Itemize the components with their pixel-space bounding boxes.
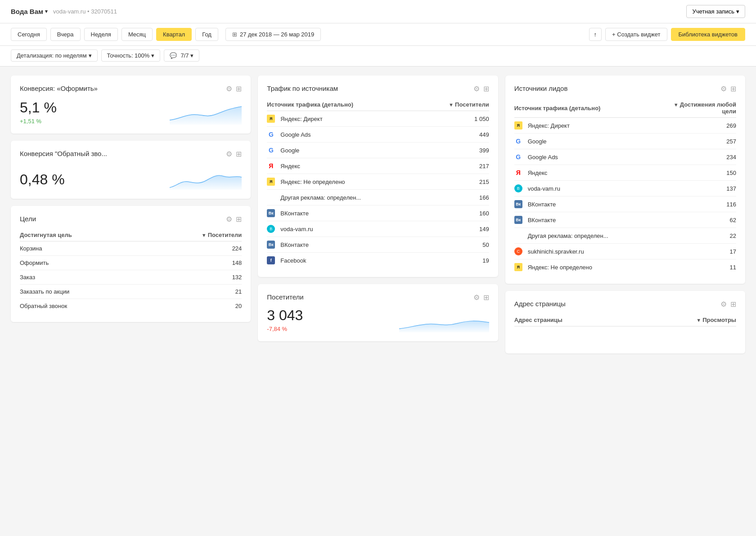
table-row: ЯЯндекс150 <box>514 165 736 181</box>
conversion1-body: 5,1 % +1,51 % <box>20 98 242 125</box>
traffic-gear-icon[interactable]: ⚙ <box>473 85 480 93</box>
period-quarter[interactable]: Квартал <box>156 28 192 41</box>
traffic-col2-header: ▼ Посетители <box>423 98 489 111</box>
traffic-title: Трафик по источникам <box>267 85 338 92</box>
conversion1-gear-icon[interactable]: ⚙ <box>226 85 232 93</box>
address-header: Адрес страницы ⚙ ⊞ <box>514 300 736 308</box>
table-row: Заказ132 <box>20 270 242 285</box>
address-grid-icon[interactable]: ⊞ <box>730 300 736 308</box>
library-button[interactable]: Библиотека виджетов <box>671 28 746 41</box>
address-widget: Адрес страницы ⚙ ⊞ Адрес страницы ▼ Прос… <box>505 291 745 353</box>
visitors-actions: ⚙ ⊞ <box>473 293 489 302</box>
address-table-header: Адрес страницы ▼ Просмотры <box>514 314 736 326</box>
goals-chevron: ▾ <box>190 52 194 59</box>
table-row: ВкВКонтакте160 <box>267 205 489 221</box>
conversion1-title: Конверсия: «Оформить» <box>20 85 98 92</box>
goals-button[interactable]: 💬 7/7 ▾ <box>164 49 199 62</box>
create-widget-button[interactable]: + Создать виджет <box>605 28 667 41</box>
toolbar-row2: Детализация: по неделям ▾ Точность: 100%… <box>0 46 756 67</box>
table-row: ВкВКонтакте50 <box>267 237 489 253</box>
table-row: ЯЯндекс: Не определено215 <box>267 174 489 190</box>
traffic-grid-icon[interactable]: ⊞ <box>483 85 489 93</box>
date-range-button[interactable]: ⊞ 27 дек 2018 — 26 мар 2019 <box>225 28 321 41</box>
address-actions: ⚙ ⊞ <box>720 300 736 308</box>
table-row: GGoogle Ads234 <box>514 149 736 165</box>
right-column: Источники лидов ⚙ ⊞ Источник трафика (де… <box>505 76 745 353</box>
conversion1-grid-icon[interactable]: ⊞ <box>236 85 242 93</box>
visitors-grid-icon[interactable]: ⊞ <box>483 293 489 302</box>
table-row: Другая реклама: определен...22 <box>514 228 736 244</box>
visitors-change: -7,84 % <box>267 326 399 332</box>
leads-grid-icon[interactable]: ⊞ <box>730 85 736 93</box>
table-row: ЯЯндекс: Директ1 050 <box>267 111 489 127</box>
conversion2-widget: Конверсия "Обратный зво... ⚙ ⊞ 0,48 % <box>11 141 251 199</box>
table-row: fFacebook19 <box>267 253 489 268</box>
address-title: Адрес страницы <box>514 300 566 308</box>
date-range-label: 27 дек 2018 — 26 мар 2019 <box>240 31 314 38</box>
address-gear-icon[interactable]: ⚙ <box>720 300 727 308</box>
leads-col2-header: ▼ Достижения любой цели <box>664 98 736 118</box>
table-row: Сsukhinichi.spravker.ru17 <box>514 244 736 259</box>
leads-header: Источники лидов ⚙ ⊞ <box>514 85 736 93</box>
accuracy-chevron: ▾ <box>151 52 154 59</box>
traffic-col1-header: Источник трафика (детально) <box>267 98 422 111</box>
detail-chevron: ▾ <box>89 52 92 59</box>
detail-button[interactable]: Детализация: по неделям ▾ <box>11 49 98 62</box>
goals-grid-icon[interactable]: ⊞ <box>236 215 242 223</box>
visitors-gear-icon[interactable]: ⚙ <box>473 293 480 302</box>
conversion2-grid-icon[interactable]: ⊞ <box>236 150 242 158</box>
conversion2-title: Конверсия "Обратный зво... <box>20 150 107 157</box>
period-yesterday[interactable]: Вчера <box>50 28 81 41</box>
goals-actions: ⚙ ⊞ <box>226 215 242 223</box>
traffic-table-header: Источник трафика (детально) ▼ Посетители <box>267 98 489 111</box>
brand-name[interactable]: Вода Вам ▾ <box>11 8 48 15</box>
visitors-chart <box>399 310 489 332</box>
goals-col1-header: Достигнутая цель <box>20 229 145 241</box>
visitors-left: 3 043 -7,84 % <box>267 307 399 332</box>
accuracy-button[interactable]: Точность: 100% ▾ <box>101 49 161 62</box>
table-row: Вvoda-vam.ru137 <box>514 181 736 197</box>
table-row: Корзина224 <box>20 241 242 256</box>
goals-icon: 💬 <box>170 52 177 59</box>
detail-label: Детализация: по неделям <box>17 52 87 59</box>
leads-gear-icon[interactable]: ⚙ <box>720 85 727 93</box>
goals-table-header: Достигнутая цель ▼ Посетители <box>20 229 242 241</box>
visitors-header: Посетители ⚙ ⊞ <box>267 293 489 302</box>
sort-arrow: ▼ <box>202 232 208 238</box>
leads-actions: ⚙ ⊞ <box>720 85 736 93</box>
table-row: GGoogle Ads449 <box>267 127 489 143</box>
toolbar-row1: Сегодня Вчера Неделя Месяц Квартал Год ⊞… <box>0 23 756 46</box>
conversion2-value: 0,48 % <box>20 171 170 188</box>
accuracy-label: Точность: 100% <box>107 52 150 59</box>
table-row: GGoogle257 <box>514 134 736 149</box>
period-today[interactable]: Сегодня <box>11 28 47 41</box>
period-year[interactable]: Год <box>195 28 218 41</box>
account-label: Учетная запись <box>692 8 734 15</box>
visitors-body: 3 043 -7,84 % <box>267 307 489 332</box>
period-week[interactable]: Неделя <box>84 28 118 41</box>
traffic-actions: ⚙ ⊞ <box>473 85 489 93</box>
conversion2-actions: ⚙ ⊞ <box>226 150 242 158</box>
conversion2-gear-icon[interactable]: ⚙ <box>226 150 232 158</box>
main-content: Конверсия: «Оформить» ⚙ ⊞ 5,1 % +1,51 % <box>0 67 756 362</box>
share-icon: ↑ <box>594 31 597 38</box>
conversion1-change: +1,51 % <box>20 118 170 125</box>
leads-col1-header: Источник трафика (детально) <box>514 98 665 118</box>
goals-gear-icon[interactable]: ⚙ <box>226 215 232 223</box>
account-chevron: ▾ <box>736 8 739 15</box>
conversion2-body: 0,48 % <box>20 164 242 190</box>
brand-url: voda-vam.ru • 32070511 <box>53 8 117 15</box>
goals-col2-header: ▼ Посетители <box>145 229 242 241</box>
conversion1-value: 5,1 % <box>20 99 170 116</box>
visitors-value: 3 043 <box>267 307 399 324</box>
header-left: Вода Вам ▾ voda-vam.ru • 32070511 <box>11 8 117 15</box>
share-button[interactable]: ↑ <box>589 28 602 41</box>
conversion2-left: 0,48 % <box>20 171 170 190</box>
conversion1-left: 5,1 % +1,51 % <box>20 99 170 125</box>
conversion2-header: Конверсия "Обратный зво... ⚙ ⊞ <box>20 150 242 158</box>
goals-label: 7/7 <box>180 52 189 59</box>
account-button[interactable]: Учетная запись ▾ <box>686 5 745 18</box>
goals-widget: Цели ⚙ ⊞ Достигнутая цель ▼ Посетители <box>11 206 251 322</box>
period-month[interactable]: Месяц <box>122 28 153 41</box>
left-column: Конверсия: «Оформить» ⚙ ⊞ 5,1 % +1,51 % <box>11 76 251 353</box>
